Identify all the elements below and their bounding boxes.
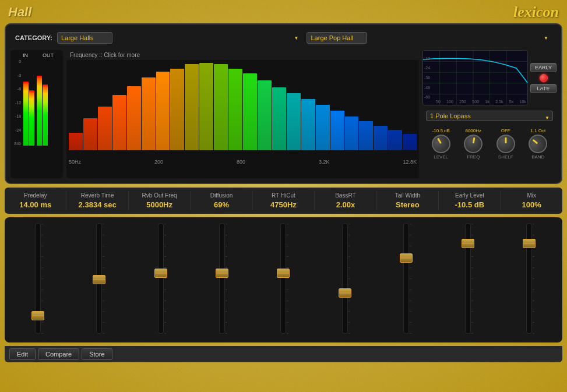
freq-knob-label: FREQ xyxy=(467,154,480,160)
tick-5-0 xyxy=(348,224,350,224)
tick-0-7 xyxy=(41,301,43,301)
fader-handle-1[interactable] xyxy=(93,275,105,284)
param-value-5[interactable]: 2.00x xyxy=(336,200,355,209)
edit-button[interactable]: Edit xyxy=(9,348,36,360)
freq-knob-value: 8000Hz xyxy=(465,128,481,133)
spectrum-bar-12 xyxy=(243,73,257,150)
tick-7-3 xyxy=(471,256,473,257)
param-label-4: RT HiCut xyxy=(272,192,295,199)
out-meter-r xyxy=(43,84,48,146)
fader-track-6[interactable] xyxy=(403,223,409,334)
tick-8-8 xyxy=(533,311,534,312)
param-item-3: Diffusion69% xyxy=(191,191,252,210)
tick-7-0 xyxy=(471,224,473,224)
tick-0-5 xyxy=(41,278,43,279)
filter-type-select[interactable]: 1 Pole Lopass 2 Pole Lopass Hipass Bandp… xyxy=(426,111,553,121)
fader-handle-7[interactable] xyxy=(462,239,474,248)
fader-track-8[interactable] xyxy=(526,223,532,334)
tick-2-8 xyxy=(164,311,166,312)
tick-5-9 xyxy=(348,322,350,323)
level-knob[interactable] xyxy=(428,131,454,157)
fader-handle-0[interactable] xyxy=(31,311,44,320)
vu-labels: IN OUT xyxy=(14,52,59,58)
tick-5-8 xyxy=(348,311,350,312)
tick-3-0 xyxy=(226,224,227,224)
tick-0-6 xyxy=(41,289,43,290)
param-value-3[interactable]: 69% xyxy=(214,200,229,209)
fader-track-7[interactable] xyxy=(465,223,471,334)
tick-1-9 xyxy=(103,322,104,323)
fader-handle-2[interactable] xyxy=(154,269,167,278)
param-value-7[interactable]: -10.5 dB xyxy=(455,200,484,209)
spectrum-label[interactable]: Frequency :: Click for more xyxy=(66,50,419,60)
freq-knob[interactable] xyxy=(463,133,484,154)
tick-1-4 xyxy=(103,267,104,268)
spectrum-bar-0 xyxy=(69,133,83,150)
eq-db-labels: -12 -24 -36 -48 -60 xyxy=(424,51,430,105)
early-button[interactable]: EARLY xyxy=(530,63,557,72)
tick-1-3 xyxy=(103,256,104,257)
param-value-6[interactable]: Stereo xyxy=(396,200,419,209)
shelf-knob-value: OFF xyxy=(501,128,510,133)
fader-track-3[interactable] xyxy=(219,223,225,334)
fader-channel-1 xyxy=(71,223,127,337)
brand-logo: lexicon xyxy=(513,3,559,21)
tick-0-9 xyxy=(41,322,43,323)
shelf-knob[interactable] xyxy=(496,135,515,153)
fader-track-2[interactable] xyxy=(158,223,164,334)
spectrum-bar-18 xyxy=(330,111,344,150)
fader-channel-2 xyxy=(132,223,189,337)
shelf-knob-item: OFF SHELF xyxy=(496,128,515,160)
fader-handle-8[interactable] xyxy=(523,239,536,248)
tick-5-5 xyxy=(348,278,350,279)
bottom-toolbar: Edit Compare Store xyxy=(5,346,562,362)
spectrum-bar-5 xyxy=(142,77,156,150)
param-label-2: Rvb Out Freq xyxy=(142,192,177,199)
tick-7-10 xyxy=(471,333,473,334)
freq-12k8: 12.8K xyxy=(403,159,417,165)
filter-section: 1 Pole Lopass 2 Pole Lopass Hipass Bandp… xyxy=(422,108,557,162)
tick-2-2 xyxy=(164,246,166,246)
fader-track-0[interactable] xyxy=(35,223,41,334)
tick-8-7 xyxy=(533,301,534,301)
early-late-panel: EARLY LATE xyxy=(528,50,557,105)
param-item-1: Reverb Time2.3834 sec xyxy=(66,191,128,210)
tick-3-8 xyxy=(226,311,227,312)
compare-button[interactable]: Compare xyxy=(38,348,79,360)
param-value-8[interactable]: 100% xyxy=(522,200,541,209)
tick-8-9 xyxy=(533,322,534,323)
tick-3-9 xyxy=(226,322,227,323)
spectrum-bar-20 xyxy=(359,121,373,150)
eq-curve-path xyxy=(423,58,527,89)
spectrum-freq-labels: 50Hz 200 800 3.2K 12.8K xyxy=(66,159,419,165)
fader-handle-4[interactable] xyxy=(277,269,290,278)
spectrum-bar-6 xyxy=(156,72,170,150)
tick-4-5 xyxy=(287,278,288,279)
tick-1-6 xyxy=(103,289,104,290)
tick-4-7 xyxy=(287,301,288,301)
freq-knob-item: 8000Hz FREQ xyxy=(464,128,483,160)
fader-handle-6[interactable] xyxy=(400,253,413,263)
spectrum-bar-7 xyxy=(170,69,184,150)
fader-track-4[interactable] xyxy=(280,223,286,334)
fader-track-5[interactable] xyxy=(342,223,348,334)
fader-handle-3[interactable] xyxy=(216,269,228,278)
param-item-6: Tail WidthStereo xyxy=(377,191,439,210)
preset-select[interactable]: Large Pop Hall Large Classical Large Jaz… xyxy=(307,32,367,44)
fader-handle-5[interactable] xyxy=(339,288,351,298)
param-value-1[interactable]: 2.3834 sec xyxy=(79,200,117,209)
band-knob[interactable] xyxy=(525,130,551,157)
category-select[interactable]: Large Halls Medium Halls Small Halls Roo… xyxy=(57,32,112,44)
param-value-4[interactable]: 4750Hz xyxy=(270,200,297,209)
tick-6-8 xyxy=(410,311,411,312)
late-button[interactable]: LATE xyxy=(530,84,557,93)
param-value-0[interactable]: 14.00 ms xyxy=(19,200,51,209)
spectrum-bar-14 xyxy=(272,87,286,150)
tick-0-10 xyxy=(41,333,43,334)
fader-track-1[interactable] xyxy=(96,223,102,334)
spectrum-bar-22 xyxy=(388,130,402,150)
tick-4-0 xyxy=(287,224,288,224)
spectrum-bar-23 xyxy=(403,134,417,150)
param-value-2[interactable]: 5000Hz xyxy=(146,200,172,209)
store-button[interactable]: Store xyxy=(82,348,112,360)
